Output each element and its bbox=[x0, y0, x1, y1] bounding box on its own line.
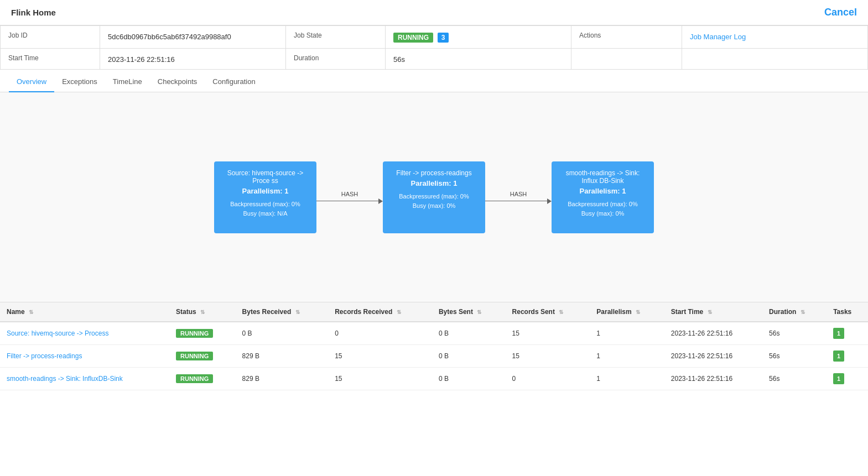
tasks-badge: 1 bbox=[833, 328, 844, 339]
flow-arrow-2: HASH bbox=[485, 191, 552, 204]
cell-records-received: 15 bbox=[328, 368, 432, 390]
tasks-badge: 1 bbox=[833, 373, 844, 384]
actions-label-cell: Actions bbox=[571, 26, 682, 49]
flow-diagram-area: Source: hivemq-source -> Proce ss Parall… bbox=[0, 92, 868, 302]
actions-value-cell: Job Manager Log bbox=[682, 26, 868, 49]
flow-node-2-parallelism: Parallelism: 1 bbox=[389, 179, 479, 187]
cell-bytes-sent: 0 B bbox=[432, 368, 506, 390]
job-state-label-cell: Job State bbox=[286, 26, 386, 49]
start-time-value-cell: 2023-11-26 22:51:16 bbox=[100, 49, 286, 70]
cell-start-time: 2023-11-26 22:51:16 bbox=[664, 322, 762, 345]
cell-name[interactable]: smooth-readings -> Sink: InfluxDB-Sink bbox=[0, 368, 169, 390]
job-state-value-cell: RUNNING 3 bbox=[386, 26, 571, 49]
cell-bytes-sent: 0 B bbox=[432, 345, 506, 368]
flow-arrow-1-head bbox=[378, 198, 383, 204]
flow-node-3-info: Backpressured (max): 0%Busy (max): 0% bbox=[558, 200, 647, 219]
table-header-row: Name ⇅ Status ⇅ Bytes Received ⇅ Records… bbox=[0, 302, 868, 322]
row-name-link[interactable]: smooth-readings -> Sink: InfluxDB-Sink bbox=[7, 375, 123, 383]
col-header-duration[interactable]: Duration ⇅ bbox=[762, 302, 827, 322]
col-header-records-received[interactable]: Records Received ⇅ bbox=[328, 302, 432, 322]
col-header-status[interactable]: Status ⇅ bbox=[169, 302, 236, 322]
flow-node-1-title: Source: hivemq-source -> Proce ss bbox=[221, 169, 310, 185]
row-name-link[interactable]: Filter -> process-readings bbox=[7, 352, 82, 360]
tab-overview[interactable]: Overview bbox=[9, 72, 54, 92]
col-header-start-time[interactable]: Start Time ⇅ bbox=[664, 302, 762, 322]
duration-label: Duration bbox=[294, 54, 377, 62]
status-badge: RUNNING bbox=[176, 374, 213, 383]
cell-tasks: 1 bbox=[827, 368, 868, 390]
job-id-value: 5dc6db0967bb6c5ab6f37492a9988af0 bbox=[108, 33, 278, 41]
col-header-name[interactable]: Name ⇅ bbox=[0, 302, 169, 322]
job-id-value-cell: 5dc6db0967bb6c5ab6f37492a9988af0 bbox=[100, 26, 286, 49]
duration-value: 56s bbox=[393, 55, 563, 64]
col-header-bytes-sent[interactable]: Bytes Sent ⇅ bbox=[432, 302, 506, 322]
col-header-bytes-received[interactable]: Bytes Received ⇅ bbox=[236, 302, 329, 322]
actions-label: Actions bbox=[579, 32, 674, 39]
cell-bytes-received: 829 B bbox=[236, 345, 329, 368]
table-row: Source: hivemq-source -> ProcessRUNNING0… bbox=[0, 322, 868, 345]
flow-arrow-1-line bbox=[316, 198, 383, 204]
col-header-records-sent[interactable]: Records Sent ⇅ bbox=[506, 302, 590, 322]
flow-node-1[interactable]: Source: hivemq-source -> Proce ss Parall… bbox=[214, 161, 316, 233]
flow-node-1-info: Backpressured (max): 0%Busy (max): N/A bbox=[221, 200, 310, 219]
flow-node-3[interactable]: smooth-readings -> Sink: Influx DB-Sink … bbox=[552, 161, 654, 233]
job-state-label: Job State bbox=[294, 32, 377, 39]
table-row: Filter -> process-readingsRUNNING829 B15… bbox=[0, 345, 868, 368]
cell-bytes-received: 0 B bbox=[236, 322, 329, 345]
flow-node-1-parallelism: Parallelism: 1 bbox=[221, 187, 310, 195]
cell-duration: 56s bbox=[762, 368, 827, 390]
col-header-parallelism[interactable]: Parallelism ⇅ bbox=[590, 302, 664, 322]
tab-timeline[interactable]: TimeLine bbox=[105, 72, 150, 92]
cell-duration: 56s bbox=[762, 322, 827, 345]
cell-status: RUNNING bbox=[169, 368, 236, 390]
tab-checkpoints[interactable]: Checkpoints bbox=[150, 72, 205, 92]
cell-bytes-sent: 0 B bbox=[432, 322, 506, 345]
duration-label-cell: Duration bbox=[286, 49, 386, 70]
row-name-link[interactable]: Source: hivemq-source -> Process bbox=[7, 329, 108, 337]
job-id-label-cell: Job ID bbox=[1, 26, 100, 49]
cell-duration: 56s bbox=[762, 345, 827, 368]
flow-node-2[interactable]: Filter -> process-readings Parallelism: … bbox=[383, 161, 485, 233]
cell-records-sent: 15 bbox=[506, 322, 590, 345]
table-row: smooth-readings -> Sink: InfluxDB-SinkRU… bbox=[0, 368, 868, 390]
cancel-button[interactable]: Cancel bbox=[824, 7, 857, 18]
cell-records-received: 15 bbox=[328, 345, 432, 368]
flow-diagram-inner: Source: hivemq-source -> Proce ss Parall… bbox=[214, 161, 654, 233]
cell-status: RUNNING bbox=[169, 345, 236, 368]
flow-arrow-1-label: HASH bbox=[341, 191, 358, 197]
cell-parallelism: 1 bbox=[590, 345, 664, 368]
flow-node-3-parallelism: Parallelism: 1 bbox=[558, 187, 647, 195]
app-title: Flink Home bbox=[11, 8, 56, 17]
job-info-grid: Job ID 5dc6db0967bb6c5ab6f37492a9988af0 … bbox=[0, 25, 868, 70]
job-manager-log-link[interactable]: Job Manager Log bbox=[690, 33, 746, 41]
cell-tasks: 1 bbox=[827, 322, 868, 345]
start-time-label-cell: Start Time bbox=[1, 49, 100, 70]
cell-name[interactable]: Source: hivemq-source -> Process bbox=[0, 322, 169, 345]
flow-node-3-title: smooth-readings -> Sink: Influx DB-Sink bbox=[558, 169, 647, 185]
cell-records-received: 0 bbox=[328, 322, 432, 345]
cell-name[interactable]: Filter -> process-readings bbox=[0, 345, 169, 368]
flow-node-2-title: Filter -> process-readings bbox=[389, 169, 479, 177]
flow-arrow-2-head bbox=[547, 198, 552, 204]
job-state-badge: RUNNING bbox=[393, 33, 433, 43]
cell-parallelism: 1 bbox=[590, 368, 664, 390]
cell-status: RUNNING bbox=[169, 322, 236, 345]
tab-bar: Overview Exceptions TimeLine Checkpoints… bbox=[0, 72, 868, 92]
tab-exceptions[interactable]: Exceptions bbox=[54, 72, 105, 92]
cell-start-time: 2023-11-26 22:51:16 bbox=[664, 345, 762, 368]
cell-bytes-received: 829 B bbox=[236, 368, 329, 390]
tasks-badge: 1 bbox=[833, 351, 844, 362]
empty-cell-1 bbox=[571, 49, 682, 70]
tasks-table-section: Name ⇅ Status ⇅ Bytes Received ⇅ Records… bbox=[0, 302, 868, 390]
tab-configuration[interactable]: Configuration bbox=[205, 72, 263, 92]
status-badge: RUNNING bbox=[176, 329, 213, 338]
job-id-label: Job ID bbox=[8, 32, 92, 39]
flow-arrow-1: HASH bbox=[316, 191, 383, 204]
cell-tasks: 1 bbox=[827, 345, 868, 368]
col-header-tasks: Tasks bbox=[827, 302, 868, 322]
job-state-count-badge: 3 bbox=[438, 33, 449, 43]
cell-start-time: 2023-11-26 22:51:16 bbox=[664, 368, 762, 390]
flow-arrow-2-line bbox=[485, 198, 552, 204]
cell-records-sent: 15 bbox=[506, 345, 590, 368]
status-badge: RUNNING bbox=[176, 352, 213, 360]
